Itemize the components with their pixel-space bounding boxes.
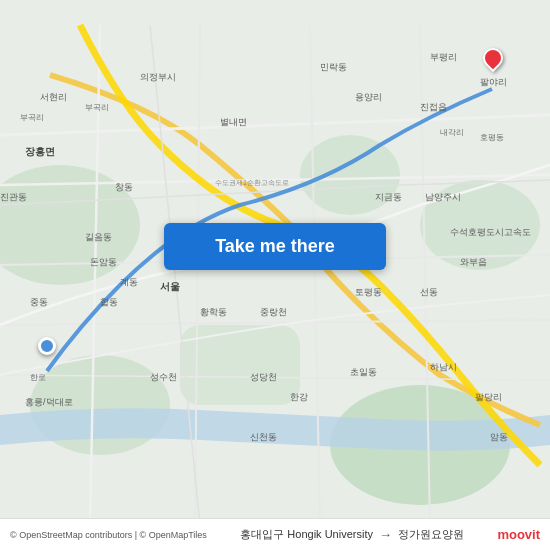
svg-text:내각리: 내각리 bbox=[440, 128, 464, 137]
svg-text:별내면: 별내면 bbox=[220, 117, 247, 127]
svg-text:의정부시: 의정부시 bbox=[140, 72, 176, 82]
svg-text:진관동: 진관동 bbox=[0, 192, 27, 202]
svg-line-13 bbox=[310, 25, 320, 525]
svg-text:신천동: 신천동 bbox=[250, 432, 277, 442]
map-svg: 서현리 의정부시 민락동 부평리 팔야리 부곡리 부곡리 장흥면 별내면 용양리… bbox=[0, 0, 550, 550]
svg-text:창동: 창동 bbox=[115, 182, 133, 192]
svg-text:중랑천: 중랑천 bbox=[260, 307, 287, 317]
svg-line-6 bbox=[0, 115, 550, 135]
svg-text:진접읍: 진접읍 bbox=[420, 102, 447, 112]
svg-text:암동: 암동 bbox=[490, 432, 508, 442]
svg-text:한강: 한강 bbox=[290, 392, 308, 402]
svg-text:선동: 선동 bbox=[420, 287, 438, 297]
take-me-there-button[interactable]: Take me there bbox=[164, 223, 386, 270]
moovit-logo: moovit bbox=[497, 527, 540, 542]
svg-text:서울: 서울 bbox=[160, 281, 180, 292]
route-arrow: → bbox=[379, 527, 392, 542]
svg-text:한로: 한로 bbox=[30, 373, 46, 382]
svg-text:부곡리: 부곡리 bbox=[85, 103, 109, 112]
svg-text:돈암동: 돈암동 bbox=[90, 257, 117, 267]
svg-text:하남시: 하남시 bbox=[430, 362, 457, 372]
svg-point-4 bbox=[300, 135, 400, 215]
svg-text:계동: 계동 bbox=[120, 277, 138, 287]
svg-text:민락동: 민락동 bbox=[320, 62, 347, 72]
route-info: 홍대입구 Hongik University → 정가원요양원 bbox=[207, 527, 498, 542]
bottom-bar: © OpenStreetMap contributors | © OpenMap… bbox=[0, 518, 550, 550]
svg-text:토평동: 토평동 bbox=[355, 287, 382, 297]
svg-text:홍릉/덕대로: 홍릉/덕대로 bbox=[25, 397, 73, 407]
svg-text:와부읍: 와부읍 bbox=[460, 257, 487, 267]
origin-pin bbox=[38, 337, 56, 355]
svg-text:수석호평도시고속도: 수석호평도시고속도 bbox=[450, 227, 531, 237]
svg-text:장흥면: 장흥면 bbox=[25, 146, 55, 157]
svg-text:부평리: 부평리 bbox=[430, 52, 457, 62]
svg-text:팔당리: 팔당리 bbox=[475, 392, 502, 402]
svg-line-12 bbox=[195, 25, 200, 525]
svg-rect-3 bbox=[180, 325, 300, 405]
route-from: 홍대입구 Hongik University bbox=[240, 527, 373, 542]
svg-text:중동: 중동 bbox=[30, 297, 48, 307]
svg-text:합동: 합동 bbox=[100, 297, 118, 307]
svg-text:길음동: 길음동 bbox=[85, 232, 112, 242]
svg-text:성수천: 성수천 bbox=[150, 372, 177, 382]
map-attribution: © OpenStreetMap contributors | © OpenMap… bbox=[10, 530, 207, 540]
destination-pin bbox=[483, 48, 503, 68]
svg-text:남양주시: 남양주시 bbox=[425, 192, 461, 202]
route-to: 정가원요양원 bbox=[398, 527, 464, 542]
svg-text:초일동: 초일동 bbox=[350, 367, 377, 377]
svg-text:부곡리: 부곡리 bbox=[20, 113, 44, 122]
svg-text:수도권제1순환고속도로: 수도권제1순환고속도로 bbox=[215, 179, 289, 187]
svg-text:성당천: 성당천 bbox=[250, 372, 277, 382]
svg-text:팔야리: 팔야리 bbox=[480, 77, 507, 87]
svg-text:호평동: 호평동 bbox=[480, 133, 504, 142]
svg-text:황학동: 황학동 bbox=[200, 307, 227, 317]
map-container: 서현리 의정부시 민락동 부평리 팔야리 부곡리 부곡리 장흥면 별내면 용양리… bbox=[0, 0, 550, 550]
svg-text:지금동: 지금동 bbox=[375, 192, 402, 202]
svg-text:용양리: 용양리 bbox=[355, 92, 382, 102]
svg-text:서현리: 서현리 bbox=[40, 92, 67, 102]
